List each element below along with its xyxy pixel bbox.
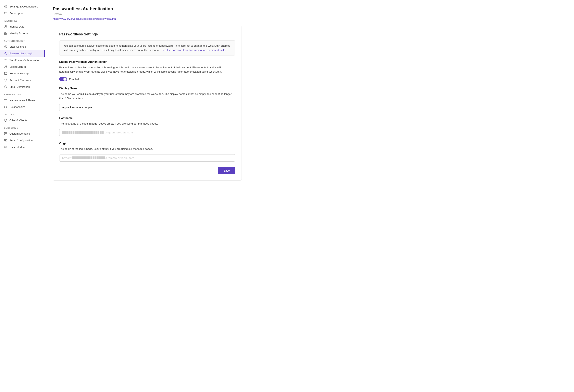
origin-input[interactable] [59, 154, 235, 161]
sidebar-item-account-recovery[interactable]: Account Recovery [0, 77, 45, 83]
enable-section: Enable Passwordless Authentication Be ca… [59, 60, 235, 81]
rules-icon [4, 98, 7, 102]
sidebar-section-oauth2: OAUTH2 [0, 110, 45, 117]
sidebar-section-customize: CUSTOMIZE [0, 124, 45, 130]
sidebar-item-subscription-label: Subscription [9, 12, 24, 15]
info-box: You can configure Passwordless to be use… [59, 40, 235, 56]
sidebar-item-user-interface[interactable]: User Interface [0, 144, 45, 150]
svg-rect-16 [4, 133, 7, 133]
sidebar-section-permissions: PERMISSIONS [0, 90, 45, 97]
sidebar-item-email-verification[interactable]: Email Verification [0, 83, 45, 90]
session-icon [4, 72, 7, 75]
display-name-title: Display Name [59, 87, 235, 90]
svg-point-22 [5, 146, 5, 147]
display-name-desc: The name you would like to display to yo… [59, 92, 235, 100]
sidebar-item-email-configuration[interactable]: Email Configuration [0, 137, 45, 144]
display-name-input[interactable] [59, 104, 235, 111]
origin-desc: The origin of the log in page. Leave emp… [59, 147, 235, 151]
main-content: Passwordless Authentication Projects htt… [45, 0, 574, 392]
svg-point-19 [5, 134, 5, 135]
svg-point-8 [5, 46, 6, 47]
users-icon [4, 25, 7, 28]
card-icon [4, 11, 7, 15]
sidebar-item-relationships-label: Relationships [9, 105, 25, 108]
sidebar-item-namespaces-rules-label: Namespaces & Rules [9, 99, 35, 102]
sidebar-item-account-recovery-label: Account Recovery [9, 79, 31, 82]
svg-rect-6 [4, 34, 5, 35]
svg-rect-5 [6, 32, 7, 33]
sidebar-item-namespaces-rules[interactable]: Namespaces & Rules [0, 97, 45, 103]
sidebar: Settings & Collaborators Subscription ID… [0, 0, 45, 392]
svg-point-10 [5, 60, 6, 60]
origin-section: Origin The origin of the log in page. Le… [59, 142, 235, 161]
sidebar-item-session-settings-label: Session Settings [9, 72, 29, 75]
schema-icon [4, 32, 7, 35]
passwordless-toggle[interactable] [59, 77, 67, 81]
hostname-input[interactable] [59, 129, 235, 136]
sidebar-item-passwordless-login-label: Passwordless Login [9, 52, 33, 55]
hostname-desc: The hostname of the log in page. Leave e… [59, 122, 235, 126]
svg-point-24 [5, 147, 6, 148]
sidebar-item-social-signin[interactable]: Social Sign-In [0, 63, 45, 70]
info-link[interactable]: See the Passwordless documentation for m… [162, 49, 226, 52]
shield-sm-icon [4, 118, 7, 122]
breadcrumb: Projects [53, 12, 566, 15]
enable-section-title: Enable Passwordless Authentication [59, 60, 235, 63]
enable-section-desc: Be cautious of disabling or enabling thi… [59, 65, 235, 74]
svg-point-2 [5, 26, 6, 26]
sidebar-item-identity-data[interactable]: Identity Data [0, 23, 45, 30]
sidebar-item-settings-collaborators[interactable]: Settings & Collaborators [0, 3, 45, 10]
hostname-section: Hostname The hostname of the log in page… [59, 117, 235, 136]
save-button[interactable]: Save [218, 167, 235, 174]
svg-rect-13 [4, 72, 7, 75]
recovery-icon [4, 78, 7, 82]
relationships-icon [4, 105, 7, 109]
sidebar-item-email-verification-label: Email Verification [9, 85, 30, 88]
toggle-track [59, 77, 67, 81]
sidebar-item-social-signin-label: Social Sign-In [9, 65, 26, 68]
sidebar-item-subscription[interactable]: Subscription [0, 10, 45, 17]
sidebar-item-two-factor-label: Two-Factor Authentication [9, 59, 40, 62]
sidebar-section-identities: IDENTITIES [0, 17, 45, 23]
svg-point-21 [4, 146, 7, 148]
sidebar-item-custom-domains-label: Custom Domains [9, 132, 30, 135]
svg-rect-4 [4, 32, 5, 33]
sidebar-item-session-settings[interactable]: Session Settings [0, 70, 45, 77]
sidebar-item-oauth2-clients-label: OAuth2 Clients [9, 119, 27, 122]
sidebar-item-oauth2-clients[interactable]: OAuth2 Clients [0, 117, 45, 124]
gear-sm-icon [4, 45, 7, 48]
sidebar-section-authentication: AUTHENTICATION [0, 37, 45, 43]
svg-point-18 [5, 133, 5, 133]
sidebar-item-email-configuration-label: Email Configuration [9, 139, 33, 142]
toggle-thumb [63, 78, 66, 81]
save-row: Save [59, 167, 235, 174]
svg-point-23 [6, 146, 6, 147]
svg-rect-17 [4, 134, 7, 135]
sidebar-item-two-factor[interactable]: Two-Factor Authentication [0, 57, 45, 63]
sidebar-item-base-settings-label: Base Settings [9, 45, 26, 48]
social-icon [4, 65, 7, 68]
sidebar-item-user-interface-label: User Interface [9, 146, 26, 149]
sidebar-item-passwordless-login[interactable]: Passwordless Login [0, 50, 45, 57]
sidebar-item-identity-data-label: Identity Data [9, 25, 24, 28]
server-icon [4, 132, 7, 135]
toggle-label: Enabled [69, 78, 79, 81]
sidebar-item-base-settings[interactable]: Base Settings [0, 43, 45, 50]
svg-rect-1 [4, 12, 7, 14]
settings-card: Passwordless Settings You can configure … [53, 26, 242, 181]
svg-rect-20 [4, 139, 7, 141]
sidebar-item-custom-domains[interactable]: Custom Domains [0, 130, 45, 137]
svg-point-11 [5, 66, 6, 66]
origin-title: Origin [59, 142, 235, 145]
doc-link[interactable]: https://www.ory.sh/docs/guides/passwordl… [53, 17, 116, 20]
card-title: Passwordless Settings [59, 32, 235, 36]
sidebar-item-identity-schema-label: Identity Schema [9, 32, 29, 35]
sidebar-item-settings-collaborators-label: Settings & Collaborators [9, 5, 38, 8]
svg-point-0 [5, 6, 6, 7]
key-icon [4, 52, 7, 55]
display-name-section: Display Name The name you would like to … [59, 87, 235, 111]
sidebar-item-identity-schema[interactable]: Identity Schema [0, 30, 45, 37]
sidebar-item-relationships[interactable]: Relationships [0, 103, 45, 110]
toggle-row: Enabled [59, 77, 235, 81]
shield-icon [4, 85, 7, 89]
